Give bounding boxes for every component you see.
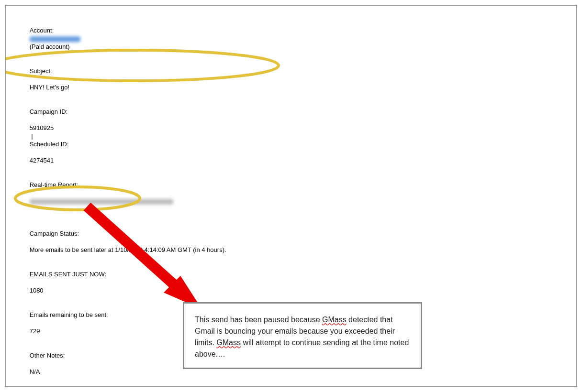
- report-label: Real-time Report:: [30, 181, 78, 188]
- callout-gmass-2: GMass: [216, 338, 241, 347]
- sent-now-value: 1080: [30, 287, 44, 294]
- subject-value: HNY! Let's go!: [30, 84, 69, 91]
- campaign-status-line: Campaign Status: More emails to be sent …: [19, 221, 567, 262]
- campaign-status-label: Campaign Status:: [30, 230, 79, 237]
- callout-box: This send has been paused because GMass …: [183, 302, 422, 369]
- scheduled-id-value: 4274541: [30, 157, 54, 164]
- remaining-label: Emails remaining to be sent:: [30, 311, 108, 318]
- callout-prefix: This send has been paused because: [195, 316, 322, 324]
- account-line: Account: (Paid account): [19, 18, 567, 59]
- notes-value: N/A: [30, 368, 40, 375]
- screenshot-frame: Account: (Paid account) Subject: HNY! Le…: [5, 5, 577, 387]
- subject-label: Subject:: [30, 67, 52, 75]
- scheduled-id-label: Scheduled ID:: [30, 141, 69, 148]
- subject-line: Subject: HNY! Let's go!: [19, 59, 567, 99]
- sent-now-label: EMAILS SENT JUST NOW:: [30, 271, 106, 278]
- campaign-id-line: Campaign ID: 5910925 | Scheduled ID: 427…: [19, 99, 567, 173]
- remaining-value: 729: [30, 327, 40, 335]
- notes-label: Other Notes:: [30, 352, 65, 359]
- callout-gmass-1: GMass: [322, 316, 347, 324]
- report-redacted: [30, 199, 173, 205]
- campaign-id-value: 5910925: [30, 124, 54, 131]
- report-line: Real-time Report:: [19, 173, 567, 213]
- account-label: Account:: [30, 27, 54, 34]
- sent-now-line: EMAILS SENT JUST NOW: 1080: [19, 262, 567, 303]
- account-redacted: [30, 36, 80, 42]
- account-suffix: (Paid account): [30, 43, 70, 50]
- campaign-status-value: More emails to be sent later at 1/10/202…: [30, 246, 226, 253]
- campaign-id-label: Campaign ID:: [30, 108, 67, 115]
